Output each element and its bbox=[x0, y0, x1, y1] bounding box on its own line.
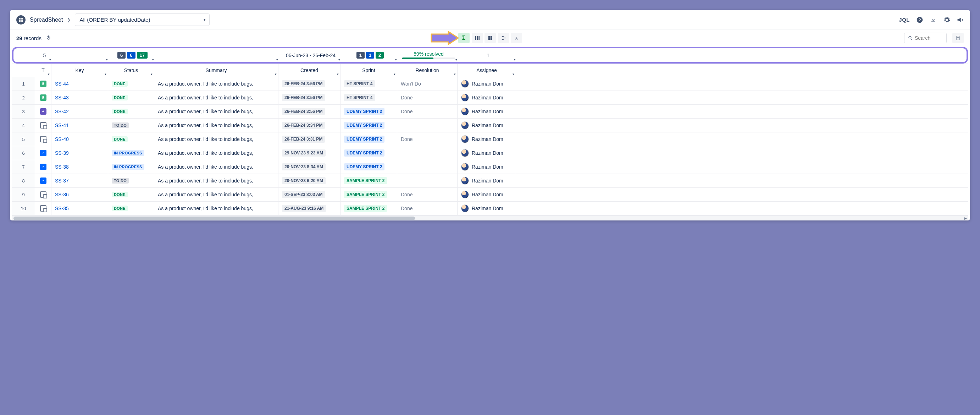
issue-key[interactable]: SS-43 bbox=[51, 91, 108, 104]
filter-label: All (ORDER BY updatedDate) bbox=[80, 17, 150, 23]
collapse-button[interactable] bbox=[511, 33, 522, 43]
chevron-down-icon[interactable]: ▾ bbox=[49, 58, 51, 61]
assignee-cell[interactable]: Raziman Dom bbox=[458, 160, 516, 174]
chevron-down-icon[interactable]: ▾ bbox=[151, 72, 153, 76]
chevron-down-icon[interactable]: ▾ bbox=[48, 72, 50, 76]
chevron-down-icon[interactable]: ▾ bbox=[152, 58, 154, 61]
table-row[interactable]: 9SS-36DONEAs a product owner, I'd like t… bbox=[12, 188, 968, 202]
summary-assignee-cell[interactable]: 1 ▾ bbox=[459, 48, 517, 62]
summary-resolution-cell[interactable]: 59% resolved ▾ bbox=[399, 48, 459, 62]
table-row[interactable]: 6SS-39IN PROGRESSAs a product owner, I'd… bbox=[12, 146, 968, 160]
status-cell: DONE bbox=[108, 91, 154, 104]
issue-key[interactable]: SS-40 bbox=[51, 132, 108, 146]
chevron-down-icon[interactable]: ▾ bbox=[105, 72, 107, 76]
header-assignee[interactable]: Assignee▾ bbox=[458, 64, 516, 77]
breadcrumb-title[interactable]: SpreadSheet bbox=[30, 17, 63, 23]
issue-key[interactable]: SS-36 bbox=[51, 188, 108, 201]
scroll-right-icon[interactable]: ▶ bbox=[963, 216, 968, 220]
assignee-cell[interactable]: Raziman Dom bbox=[458, 132, 516, 146]
issue-key[interactable]: SS-37 bbox=[51, 174, 108, 187]
summary-sprint-cell[interactable]: 1 1 2 ▾ bbox=[342, 48, 399, 62]
chevron-down-icon[interactable]: ▾ bbox=[514, 58, 516, 61]
issue-key[interactable]: SS-39 bbox=[51, 146, 108, 160]
table-row[interactable]: 4SS-41TO DOAs a product owner, I'd like … bbox=[12, 118, 968, 132]
table-row[interactable]: 5SS-40DONEAs a product owner, I'd like t… bbox=[12, 132, 968, 146]
megaphone-icon[interactable] bbox=[956, 16, 964, 24]
table-row[interactable]: 10SS-35DONEAs a product owner, I'd like … bbox=[12, 202, 968, 215]
chevron-down-icon[interactable]: ▾ bbox=[455, 58, 457, 61]
horizontal-scrollbar[interactable]: ◀ ▶ bbox=[12, 215, 968, 220]
summary-summary-cell[interactable]: ▾ bbox=[156, 48, 280, 62]
table-row[interactable]: 7SS-38IN PROGRESSAs a product owner, I'd… bbox=[12, 160, 968, 174]
summary-cell[interactable]: As a product owner, I'd like to include … bbox=[154, 105, 278, 118]
created-cell: 20-NOV-23 6:20 AM bbox=[278, 174, 340, 187]
header-resolution[interactable]: Resolution▾ bbox=[397, 64, 458, 77]
header-status[interactable]: Status▾ bbox=[108, 64, 154, 77]
gear-icon[interactable] bbox=[943, 16, 950, 24]
issue-key[interactable]: SS-35 bbox=[51, 202, 108, 215]
table-row[interactable]: 2SS-43DONEAs a product owner, I'd like t… bbox=[12, 91, 968, 105]
chevron-down-icon[interactable]: ▾ bbox=[395, 58, 397, 61]
hierarchy-button[interactable] bbox=[498, 33, 509, 43]
summary-cell[interactable]: As a product owner, I'd like to include … bbox=[154, 118, 278, 132]
summary-status-cell[interactable]: 6 6 17 ▾ bbox=[110, 48, 156, 62]
assignee-cell[interactable]: Raziman Dom bbox=[458, 174, 516, 187]
chevron-down-icon[interactable]: ▾ bbox=[338, 58, 340, 61]
chevron-down-icon[interactable]: ▾ bbox=[276, 58, 278, 61]
refresh-icon[interactable] bbox=[45, 34, 52, 42]
summary-cell[interactable]: As a product owner, I'd like to include … bbox=[154, 188, 278, 201]
save-button[interactable] bbox=[952, 33, 964, 43]
toolbar-center: Σ bbox=[458, 33, 522, 43]
scrollbar-thumb[interactable] bbox=[13, 217, 415, 220]
chevron-down-icon[interactable]: ▾ bbox=[454, 72, 456, 76]
summary-cell[interactable]: As a product owner, I'd like to include … bbox=[154, 77, 278, 91]
assignee-cell[interactable]: Raziman Dom bbox=[458, 77, 516, 91]
assignee-cell[interactable]: Raziman Dom bbox=[458, 146, 516, 160]
header-created[interactable]: Created▾ bbox=[278, 64, 340, 77]
summary-created-cell[interactable]: 06-Jun-23 - 26-Feb-24 ▾ bbox=[280, 48, 342, 62]
header-summary[interactable]: Summary▾ bbox=[154, 64, 278, 77]
assignee-cell[interactable]: Raziman Dom bbox=[458, 91, 516, 104]
table-row[interactable]: 8SS-37TO DOAs a product owner, I'd like … bbox=[12, 174, 968, 188]
assignee-cell[interactable]: Raziman Dom bbox=[458, 105, 516, 118]
assignee-cell[interactable]: Raziman Dom bbox=[458, 188, 516, 201]
issue-key[interactable]: SS-44 bbox=[51, 77, 108, 91]
row-number: 5 bbox=[12, 132, 35, 146]
header-sprint[interactable]: Sprint▾ bbox=[340, 64, 397, 77]
search-box[interactable] bbox=[904, 33, 947, 43]
help-icon[interactable]: ? bbox=[916, 16, 923, 24]
sigma-button[interactable]: Σ bbox=[458, 33, 469, 43]
summary-cell[interactable]: As a product owner, I'd like to include … bbox=[154, 132, 278, 146]
download-icon[interactable] bbox=[930, 16, 937, 24]
columns-button[interactable] bbox=[472, 33, 483, 43]
summary-cell[interactable]: As a product owner, I'd like to include … bbox=[154, 91, 278, 104]
summary-cell[interactable]: As a product owner, I'd like to include … bbox=[154, 146, 278, 160]
chevron-down-icon[interactable]: ▾ bbox=[394, 72, 396, 76]
jql-button[interactable]: JQL bbox=[899, 17, 910, 23]
grid-button[interactable] bbox=[485, 33, 496, 43]
issue-key[interactable]: SS-42 bbox=[51, 105, 108, 118]
created-cell: 26-FEB-24 3:34 PM bbox=[278, 118, 340, 132]
search-input[interactable] bbox=[915, 35, 943, 41]
issue-key[interactable]: SS-41 bbox=[51, 118, 108, 132]
summary-cell[interactable]: As a product owner, I'd like to include … bbox=[154, 160, 278, 174]
chevron-down-icon[interactable]: ▾ bbox=[106, 58, 108, 61]
summary-type-cell[interactable]: 5 ▾ bbox=[37, 48, 53, 62]
assignee-cell[interactable]: Raziman Dom bbox=[458, 118, 516, 132]
chevron-down-icon[interactable]: ▾ bbox=[337, 72, 339, 76]
issue-key[interactable]: SS-38 bbox=[51, 160, 108, 174]
chevron-down-icon[interactable]: ▾ bbox=[275, 72, 277, 76]
summary-rownum-cell bbox=[13, 48, 37, 62]
table-row[interactable]: 1SS-44DONEAs a product owner, I'd like t… bbox=[12, 77, 968, 91]
created-cell: 26-FEB-24 3:56 PM bbox=[278, 91, 340, 104]
header-key[interactable]: Key▾ bbox=[51, 64, 108, 77]
summary-key-cell[interactable]: ▾ bbox=[53, 48, 110, 62]
header-type[interactable]: T▾ bbox=[35, 64, 51, 77]
table-row[interactable]: 3SS-42DONEAs a product owner, I'd like t… bbox=[12, 105, 968, 118]
summary-cell[interactable]: As a product owner, I'd like to include … bbox=[154, 174, 278, 187]
filter-dropdown[interactable]: All (ORDER BY updatedDate) ▾ bbox=[75, 13, 210, 26]
chevron-down-icon[interactable]: ▾ bbox=[512, 72, 514, 76]
summary-cell[interactable]: As a product owner, I'd like to include … bbox=[154, 202, 278, 215]
svg-point-15 bbox=[504, 38, 506, 39]
assignee-cell[interactable]: Raziman Dom bbox=[458, 202, 516, 215]
